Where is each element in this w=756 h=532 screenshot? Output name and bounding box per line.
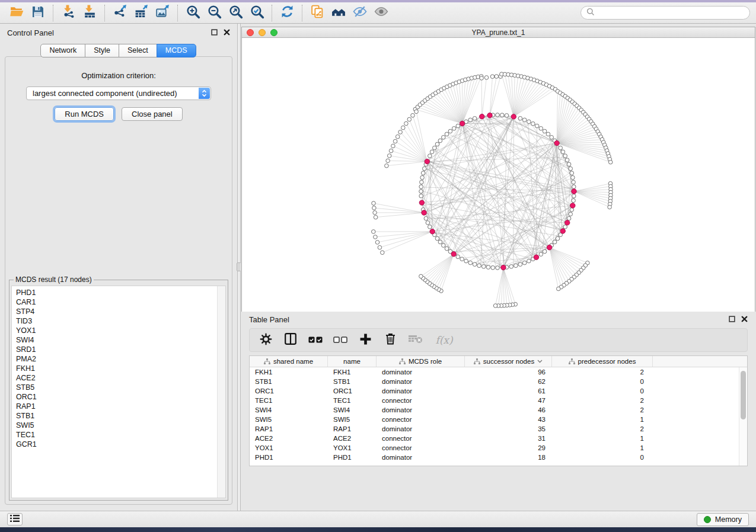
- export-network-button[interactable]: [109, 4, 130, 22]
- table-cell: ACE2: [328, 434, 377, 443]
- close-panel-button[interactable]: Close panel: [122, 107, 183, 121]
- table-cell: connector: [377, 443, 465, 453]
- table-row[interactable]: RAP1RAP1dominator352: [250, 424, 747, 434]
- mcds-result-item[interactable]: STP4: [16, 307, 225, 316]
- export-image-button[interactable]: [152, 4, 173, 22]
- mcds-result-item[interactable]: ORC1: [16, 392, 225, 402]
- mcds-list-scrollbar[interactable]: [217, 286, 225, 498]
- float-panel-icon[interactable]: [211, 28, 218, 37]
- mcds-result-item[interactable]: STB1: [16, 411, 225, 421]
- open-file-button[interactable]: [6, 4, 27, 22]
- table-cell: YOX1: [328, 443, 377, 453]
- fx-icon: f(x): [435, 334, 452, 346]
- table-row[interactable]: SWI4SWI4dominator462: [250, 405, 747, 415]
- maximize-window-icon[interactable]: [270, 29, 277, 36]
- scrollbar-thumb[interactable]: [741, 371, 746, 419]
- mcds-result-item[interactable]: ACE2: [16, 373, 225, 383]
- mcds-tab-content: Optimization criterion: largest connecte…: [5, 56, 232, 505]
- close-window-icon[interactable]: [247, 29, 254, 36]
- import-table-button[interactable]: [79, 4, 100, 22]
- mcds-result-list[interactable]: PHD1CAR1STP4TID3YOX1SWI4SRD1PMA2FKH1ACE2…: [11, 286, 226, 498]
- table-settings-button[interactable]: [257, 331, 275, 349]
- run-mcds-button[interactable]: Run MCDS: [55, 107, 114, 121]
- tab-network[interactable]: Network: [40, 44, 85, 57]
- column-header-name[interactable]: name: [328, 356, 377, 367]
- network-canvas[interactable]: [242, 39, 755, 331]
- import-network-button[interactable]: [58, 4, 79, 22]
- hide-selected-button[interactable]: [349, 4, 371, 22]
- mcds-result-item[interactable]: YOX1: [16, 326, 225, 335]
- zoom-fit-button[interactable]: [225, 4, 246, 22]
- zoom-in-button[interactable]: [182, 4, 203, 22]
- mcds-result-item[interactable]: TID3: [16, 316, 225, 326]
- table-cell: 2: [552, 396, 653, 405]
- memory-label: Memory: [715, 515, 742, 524]
- apply-layout-button[interactable]: [276, 4, 298, 22]
- tab-style[interactable]: Style: [85, 44, 119, 57]
- network-search-box[interactable]: [580, 6, 750, 20]
- select-all-button[interactable]: [307, 331, 324, 349]
- table-scrollbar[interactable]: [739, 367, 747, 466]
- table-row[interactable]: ACE2ACE2connector311: [250, 434, 747, 443]
- clone-network-button[interactable]: [307, 4, 328, 22]
- network-window-titlebar[interactable]: YPA_prune.txt_1: [242, 27, 755, 38]
- table-row[interactable]: YOX1YOX1connector291: [250, 443, 747, 453]
- memory-button[interactable]: Memory: [697, 513, 749, 526]
- table-row[interactable]: STB1STB1dominator620: [250, 377, 747, 386]
- zoom-selected-button[interactable]: [246, 4, 267, 22]
- column-header-predecessor-nodes[interactable]: predecessor nodes: [552, 356, 653, 367]
- column-header-shared-name[interactable]: shared name: [250, 356, 328, 367]
- mcds-result-item[interactable]: SRD1: [16, 345, 225, 354]
- criterion-dropdown[interactable]: largest connected component (undirected): [26, 86, 211, 100]
- mcds-result-item[interactable]: SWI5: [16, 421, 225, 430]
- mcds-result-item[interactable]: RAP1: [16, 402, 225, 411]
- close-panel-icon[interactable]: [224, 28, 230, 37]
- delete-table-button[interactable]: [406, 331, 424, 349]
- table-cell: 2: [552, 405, 653, 415]
- table-row[interactable]: PHD1PHD1dominator180: [250, 453, 747, 462]
- function-builder-button[interactable]: f(x): [431, 331, 457, 349]
- export-network-icon: [113, 4, 127, 21]
- unselect-all-button[interactable]: [331, 331, 349, 349]
- gear-icon: [260, 333, 272, 348]
- zoom-out-button[interactable]: [203, 4, 225, 22]
- column-header-successor-nodes[interactable]: successor nodes: [465, 356, 552, 367]
- export-image-icon: [155, 4, 170, 21]
- mcds-result-item[interactable]: CAR1: [16, 297, 225, 307]
- tab-select[interactable]: Select: [119, 44, 157, 57]
- add-column-button[interactable]: [356, 331, 374, 349]
- import-table-icon: [82, 4, 97, 21]
- table-cell: connector: [377, 396, 465, 405]
- column-header-mcds-role[interactable]: MCDS role: [377, 356, 465, 367]
- minimize-window-icon[interactable]: [259, 29, 266, 36]
- mcds-result-item[interactable]: PMA2: [16, 354, 225, 364]
- task-history-button[interactable]: [7, 513, 23, 525]
- table-row[interactable]: FKH1FKH1dominator962: [250, 367, 747, 377]
- show-columns-button[interactable]: [282, 331, 299, 349]
- first-neighbors-button[interactable]: [328, 4, 349, 22]
- search-input[interactable]: [598, 9, 744, 17]
- table-row[interactable]: ORC1ORC1dominator610: [250, 386, 747, 396]
- delete-columns-button[interactable]: [381, 331, 399, 349]
- table-panel: Table Panel: [241, 312, 756, 532]
- mcds-result-item[interactable]: PHD1: [16, 288, 225, 297]
- mcds-result-item[interactable]: FKH1: [16, 364, 225, 373]
- close-panel-icon[interactable]: [741, 315, 748, 324]
- mcds-result-item[interactable]: GCR1: [16, 440, 225, 449]
- export-table-button[interactable]: [130, 4, 152, 22]
- save-session-button[interactable]: [27, 4, 49, 22]
- table-cell: ORC1: [250, 386, 328, 396]
- optimization-criterion-label: Optimization criterion:: [5, 71, 232, 80]
- table-cell: dominator: [377, 453, 465, 462]
- table-cell: 46: [465, 405, 552, 415]
- mcds-result-item[interactable]: STB5: [16, 383, 225, 392]
- tab-mcds[interactable]: MCDS: [157, 44, 196, 57]
- mcds-result-item[interactable]: SWI4: [16, 335, 225, 345]
- table-cell: RAP1: [328, 424, 377, 434]
- toolbar-separator: [53, 5, 53, 21]
- table-row[interactable]: TEC1TEC1connector472: [250, 396, 747, 405]
- table-row[interactable]: SWI5SWI5connector431: [250, 415, 747, 424]
- mcds-result-item[interactable]: TEC1: [16, 430, 225, 440]
- float-panel-icon[interactable]: [729, 315, 735, 324]
- show-all-button[interactable]: [371, 4, 392, 22]
